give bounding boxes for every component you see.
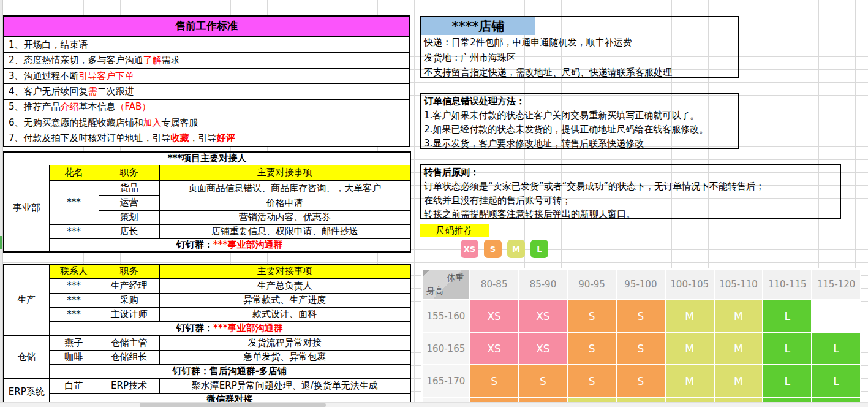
- presale-item[interactable]: 6、无购买意愿的提醒收藏店铺和加入专属客服: [4, 115, 409, 130]
- contact-role[interactable]: 主设计师: [99, 307, 159, 321]
- group-label-dept[interactable]: 事业部: [4, 165, 49, 252]
- size-cell: M: [666, 333, 714, 364]
- dingding-group-row[interactable]: 钉钉群：售后沟通群-多店铺: [49, 364, 410, 378]
- order-error-step[interactable]: 2.如果已经付款的状态未发货的，提供正确地址尺码给在线客服修改。: [421, 123, 738, 137]
- shop-title[interactable]: ****店铺: [421, 17, 535, 35]
- contact-name[interactable]: 燕子: [49, 335, 99, 350]
- contact-name[interactable]: ***: [49, 180, 99, 224]
- shop-note-line[interactable]: 不支持留言指定快递，需改地址、尺码、快递请联系客服处理: [421, 65, 738, 80]
- presale-item[interactable]: 7、付款及拍下及时核对订单地址，引导收藏，引导好评: [4, 131, 409, 146]
- contact-name[interactable]: ***: [49, 307, 99, 321]
- presale-item[interactable]: 4、客户无后续回复需二次跟进: [4, 83, 409, 99]
- presale-item[interactable]: 3、沟通过程不断引导客户下单: [4, 68, 409, 83]
- transfer-rule[interactable]: 转接之前需提醒顾客注意转接后弹出的新聊天窗口。: [421, 207, 840, 221]
- contact-role[interactable]: ERP技术: [99, 378, 159, 393]
- size-cell: M: [715, 365, 763, 397]
- size-reco-label[interactable]: 尺码推荐: [420, 224, 489, 237]
- size-col-header: 80-85: [470, 270, 518, 299]
- size-cell: S: [568, 333, 616, 364]
- size-cell: S: [568, 365, 616, 397]
- presale-item[interactable]: 2、态度热情亲切，多与客户沟通了解需求: [4, 52, 409, 67]
- contact-name[interactable]: 白芷: [49, 378, 99, 393]
- contact-matter[interactable]: 页面商品信息错误、商品库存咨询、，大单客户价格申请: [159, 180, 410, 210]
- size-cell: M: [715, 300, 763, 332]
- order-error-step[interactable]: 1.客户如果未付款的状态让客户关闭交易重新买填写正确就可以了。: [421, 108, 738, 123]
- contact-matter[interactable]: 发货流程异常对接: [159, 335, 410, 350]
- contact-name[interactable]: ***: [49, 293, 99, 307]
- order-error-box: 订单信息错误处理方法： 1.客户如果未付款的状态让客户关闭交易重新买填写正确就可…: [420, 93, 739, 149]
- size-row-header: 165-170: [423, 365, 469, 397]
- group-label-prod[interactable]: 生产: [4, 264, 49, 335]
- col-header-role[interactable]: 职务: [99, 264, 159, 278]
- contact-matter[interactable]: 生产总负责人: [159, 278, 410, 293]
- contact-matter[interactable]: 店铺重要信息、权限申请、邮件抄送: [159, 224, 410, 238]
- size-cell: L: [812, 365, 860, 397]
- transfer-title[interactable]: 转售后原则：: [421, 165, 840, 180]
- transfer-rule[interactable]: 订单状态必须是“卖家已发货”或者“交易成功”的状态下，无订单情况下不能转售后；: [421, 180, 840, 194]
- col-header-matter[interactable]: 主要对接事项: [159, 264, 410, 278]
- size-cell: S: [617, 365, 665, 397]
- contact-name[interactable]: 咖啡: [49, 350, 99, 364]
- contact-role[interactable]: 货品: [99, 180, 159, 196]
- dept-contacts-title[interactable]: ***项目主要对接人: [4, 152, 410, 165]
- size-cell: M: [715, 333, 763, 364]
- size-row-header: 160-165: [423, 333, 469, 364]
- size-cell: XS: [470, 300, 518, 332]
- shop-info-box: ****店铺 快递：日常2件包邮，中通申通随机发，顺丰补运费 发货地：广州市海珠…: [420, 16, 739, 78]
- contact-role[interactable]: 采购: [99, 293, 159, 307]
- dingding-group-row[interactable]: 钉钉群：***事业部沟通群: [49, 238, 410, 252]
- col-header-name[interactable]: 联系人: [49, 264, 99, 278]
- dingding-group-row[interactable]: 钉钉群：***事业部沟通群: [49, 321, 410, 335]
- contact-role[interactable]: 仓储组长: [99, 350, 159, 364]
- size-cell: S: [617, 333, 665, 364]
- size-cell: S: [617, 300, 665, 332]
- contact-role[interactable]: 仓储主管: [99, 335, 159, 350]
- order-error-step[interactable]: 3.显示发货，客户要求修改地址，转售后联系快递修改: [421, 137, 738, 150]
- presale-item[interactable]: 5、推荐产品介绍基本信息（FAB）: [4, 99, 409, 115]
- size-cell: S: [519, 365, 567, 397]
- order-error-title[interactable]: 订单信息错误处理方法：: [421, 94, 738, 108]
- col-header-role[interactable]: 职务: [99, 165, 159, 180]
- contact-matter[interactable]: 款式设计、面料: [159, 307, 410, 321]
- group-label-warehouse[interactable]: 仓储: [4, 335, 49, 378]
- size-col-header: 110-115: [763, 270, 811, 299]
- size-cell: S: [568, 300, 616, 332]
- contact-name[interactable]: ***: [49, 278, 99, 293]
- contact-role[interactable]: 运营: [99, 196, 159, 211]
- size-col-header: 85-90: [519, 270, 567, 299]
- size-cell: L: [763, 300, 811, 332]
- col-header-matter[interactable]: 主要对接事项: [159, 165, 410, 180]
- shop-shipping-line[interactable]: 快递：日常2件包邮，中通申通随机发，顺丰补运费: [421, 35, 738, 50]
- size-cell: S: [470, 365, 518, 397]
- contact-matter[interactable]: 营销活动内容、优惠券: [159, 210, 410, 224]
- contact-name[interactable]: ***: [49, 224, 99, 238]
- contact-role[interactable]: 策划: [99, 210, 159, 224]
- contact-role[interactable]: 生产经理: [99, 278, 159, 293]
- green-cell-fragment: [0, 236, 2, 249]
- size-table: 体重身高80-8585-9090-9595-100100-105105-1101…: [421, 268, 861, 407]
- contact-matter[interactable]: 聚水潭ERP异常问题处理、退/换货单无法生成: [159, 378, 410, 393]
- size-chart-image[interactable]: 体重身高80-8585-9090-9595-100100-105105-1101…: [421, 268, 861, 407]
- horizontal-scrollbar-thumb[interactable]: [140, 403, 326, 407]
- presale-standards-table: 售前工作标准 1、开场白，结束语 2、态度热情亲切，多与客户沟通了解需求 3、沟…: [3, 15, 410, 147]
- group-label-erp[interactable]: ERP系统: [4, 378, 49, 406]
- size-legend-xs: XS: [461, 240, 478, 258]
- size-cell: M: [666, 300, 714, 332]
- ops-contacts-table: 生产 联系人 职务 主要对接事项 *** 生产经理 生产总负责人 *** 采购 …: [3, 264, 411, 406]
- size-cell: XS: [470, 333, 518, 364]
- presale-title[interactable]: 售前工作标准: [4, 17, 409, 37]
- contact-role[interactable]: 店长: [99, 224, 159, 238]
- shop-origin-line[interactable]: 发货地：广州市海珠区: [421, 50, 738, 65]
- size-legend-l: L: [530, 240, 548, 258]
- transfer-rule[interactable]: 在线并且没有挂起的售后账号可转；: [421, 194, 840, 207]
- size-legend: XSSML: [461, 240, 554, 258]
- size-cell: M: [666, 365, 714, 397]
- presale-item[interactable]: 1、开场白，结束语: [4, 37, 409, 52]
- transfer-rules-box: 转售后原则： 订单状态必须是“卖家已发货”或者“交易成功”的状态下，无订单情况下…: [420, 164, 841, 219]
- col-header-name[interactable]: 花名: [49, 165, 99, 180]
- size-col-header: 105-110: [715, 270, 763, 299]
- contact-matter[interactable]: 急单发货、异常包裹: [159, 350, 410, 364]
- size-cell: XS: [519, 300, 567, 332]
- horizontal-scrollbar-track[interactable]: [0, 402, 868, 407]
- contact-matter[interactable]: 异常款式、生产进度: [159, 293, 410, 307]
